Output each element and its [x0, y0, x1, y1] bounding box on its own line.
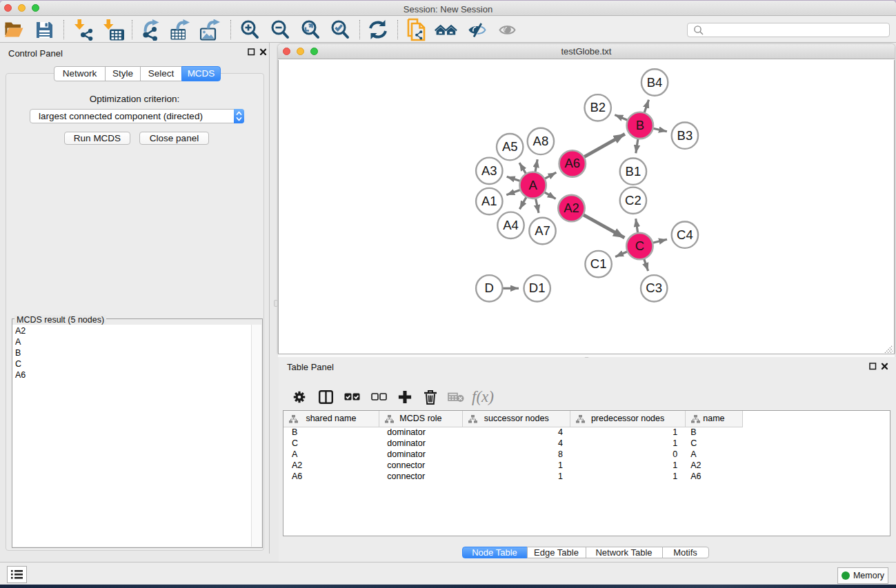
- svg-text:A6: A6: [564, 156, 580, 170]
- svg-text:A: A: [528, 178, 537, 192]
- svg-text:A5: A5: [502, 139, 518, 154]
- svg-text:A3: A3: [481, 163, 497, 178]
- svg-text:D: D: [485, 281, 494, 295]
- svg-text:C3: C3: [646, 281, 662, 295]
- svg-text:B2: B2: [590, 100, 606, 114]
- svg-text:C2: C2: [625, 193, 641, 207]
- svg-text:B1: B1: [626, 164, 641, 179]
- svg-text:A2: A2: [564, 201, 579, 215]
- svg-text:C1: C1: [590, 256, 607, 271]
- svg-text:C4: C4: [677, 227, 693, 242]
- svg-text:B3: B3: [677, 128, 693, 143]
- svg-text:A1: A1: [481, 194, 497, 208]
- svg-text:A8: A8: [533, 134, 549, 148]
- svg-text:A7: A7: [535, 223, 550, 238]
- svg-text:B4: B4: [647, 75, 663, 90]
- svg-text:D1: D1: [529, 281, 546, 295]
- svg-text:C: C: [635, 239, 644, 253]
- svg-text:A4: A4: [503, 218, 519, 232]
- svg-text:B: B: [636, 118, 644, 132]
